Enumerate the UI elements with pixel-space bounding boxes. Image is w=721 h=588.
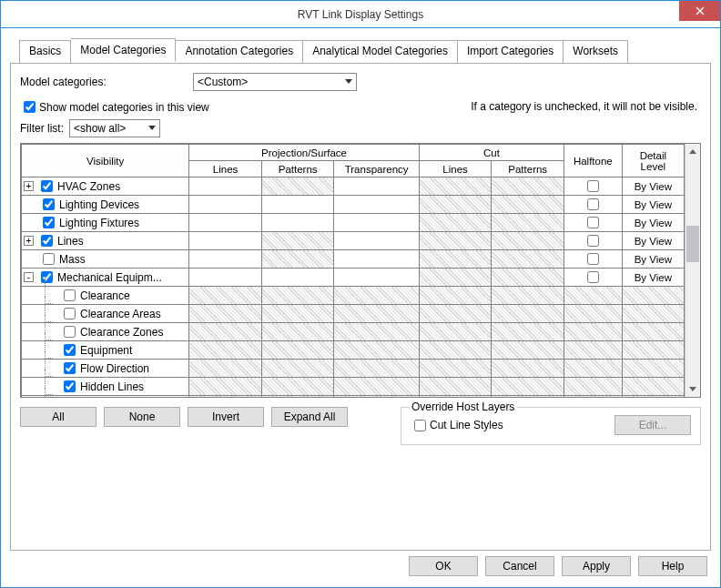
table-row[interactable]: Hidden Lines <box>22 378 685 396</box>
chevron-up-icon <box>689 149 696 154</box>
expand-all-button[interactable]: Expand All <box>271 407 348 427</box>
col-proj-patterns[interactable]: Patterns <box>261 161 334 177</box>
expand-icon[interactable]: + <box>24 181 34 191</box>
tab-import-categories[interactable]: Import Categories <box>458 40 564 64</box>
category-checkbox[interactable] <box>64 344 76 356</box>
model-categories-label: Model categories: <box>20 76 193 88</box>
scroll-thumb[interactable] <box>686 226 699 262</box>
tab-basics[interactable]: Basics <box>19 40 71 64</box>
col-projection[interactable]: Projection/Surface <box>189 145 420 161</box>
tab-analytical-model-categories[interactable]: Analytical Model Categories <box>303 40 458 64</box>
col-halftone[interactable]: Halftone <box>564 145 623 177</box>
table-row[interactable]: Clearance <box>22 287 685 305</box>
scroll-down-button[interactable] <box>685 381 700 397</box>
scroll-up-button[interactable] <box>685 144 700 159</box>
halftone-checkbox[interactable] <box>587 198 599 210</box>
halftone-checkbox[interactable] <box>587 253 599 265</box>
tab-panel-model-categories: Model categories: <Custom> Show model ca… <box>10 63 711 551</box>
close-icon <box>696 6 705 15</box>
detail-level-cell[interactable]: By View <box>622 177 684 196</box>
category-checkbox[interactable] <box>43 217 55 228</box>
cut-line-styles-label: Cut Line Styles <box>430 419 503 431</box>
apply-button[interactable]: Apply <box>562 556 631 576</box>
category-label: HVAC Zones <box>57 180 120 193</box>
category-label: Clearance Areas <box>80 308 161 320</box>
invert-button[interactable]: Invert <box>188 407 264 427</box>
window-title: RVT Link Display Settings <box>298 8 423 21</box>
expand-icon[interactable]: + <box>24 236 34 246</box>
model-categories-select[interactable]: <Custom> <box>193 73 357 91</box>
category-checkbox[interactable] <box>64 362 76 374</box>
category-checkbox[interactable] <box>64 326 76 338</box>
category-checkbox[interactable] <box>64 380 76 392</box>
table-row[interactable]: +HVAC ZonesBy View <box>22 177 685 196</box>
table-row[interactable]: +LinesBy View <box>22 232 685 250</box>
override-host-layers-legend: Override Host Layers <box>409 400 517 413</box>
col-visibility[interactable]: Visibility <box>22 145 189 177</box>
ok-button[interactable]: OK <box>409 556 478 576</box>
categories-grid: Visibility Projection/Surface Cut Halfto… <box>20 143 701 398</box>
table-row[interactable]: Lighting FixturesBy View <box>22 214 685 232</box>
show-model-categories-label: Show model categories in this view <box>39 101 209 114</box>
grid-scrollbar[interactable] <box>685 144 700 397</box>
table-row[interactable]: Flow Direction <box>22 360 685 378</box>
category-label: Mass <box>59 253 86 266</box>
tab-worksets[interactable]: Worksets <box>564 40 628 64</box>
table-row[interactable]: MassBy View <box>22 250 685 269</box>
col-cut-lines[interactable]: Lines <box>419 161 492 177</box>
category-label: Mechanical Equipm... <box>57 271 162 284</box>
tab-annotation-categories[interactable]: Annotation Categories <box>176 40 303 64</box>
override-host-layers-group: Override Host Layers Cut Line Styles Edi… <box>401 407 701 445</box>
category-checkbox[interactable] <box>41 180 53 192</box>
detail-level-cell[interactable]: By View <box>622 214 684 232</box>
halftone-checkbox[interactable] <box>587 217 599 228</box>
category-checkbox[interactable] <box>64 308 76 319</box>
chevron-down-icon <box>689 387 696 391</box>
detail-level-cell[interactable]: By View <box>622 250 684 269</box>
help-button[interactable]: Help <box>638 556 707 576</box>
category-label: Lighting Fixtures <box>59 217 139 229</box>
category-checkbox[interactable] <box>43 198 55 210</box>
table-row[interactable]: Equipment <box>22 341 685 360</box>
col-proj-transparency[interactable]: Transparency <box>334 161 419 177</box>
edit-button: Edit... <box>614 415 691 435</box>
close-button[interactable] <box>679 1 720 21</box>
category-label: Hidden Lines <box>80 380 144 393</box>
categories-table: Visibility Projection/Surface Cut Halfto… <box>21 144 685 397</box>
none-button[interactable]: None <box>104 407 180 427</box>
detail-level-cell[interactable]: By View <box>622 269 684 287</box>
filter-list-select[interactable]: <show all> <box>69 119 160 137</box>
detail-level-cell[interactable]: By View <box>622 196 684 214</box>
tab-strip: BasicsModel CategoriesAnnotation Categor… <box>10 39 711 63</box>
cancel-button[interactable]: Cancel <box>485 556 554 576</box>
halftone-checkbox[interactable] <box>587 180 599 192</box>
show-model-categories-checkbox[interactable] <box>24 101 36 113</box>
table-row[interactable]: Clearance Zones <box>22 323 685 341</box>
filter-list-label: Filter list: <box>20 122 64 135</box>
dialog-window: RVT Link Display Settings BasicsModel Ca… <box>0 0 721 588</box>
all-button[interactable]: All <box>20 407 96 427</box>
category-checkbox[interactable] <box>41 235 53 247</box>
table-row[interactable]: Clearance Areas <box>22 305 685 323</box>
category-checkbox[interactable] <box>43 253 55 265</box>
dialog-button-row: OK Cancel Apply Help <box>409 556 707 576</box>
tab-model-categories[interactable]: Model Categories <box>71 38 176 62</box>
halftone-checkbox[interactable] <box>587 271 599 283</box>
category-label: Flow Direction <box>80 362 149 375</box>
table-row[interactable]: -Mechanical Equipm...By View <box>22 269 685 287</box>
col-cut[interactable]: Cut <box>419 145 564 161</box>
category-label: Equipment <box>80 344 132 357</box>
halftone-checkbox[interactable] <box>587 235 599 247</box>
table-row[interactable]: Lighting DevicesBy View <box>22 196 685 214</box>
category-checkbox[interactable] <box>64 289 76 301</box>
col-detail[interactable]: Detail Level <box>622 145 684 177</box>
table-row[interactable]: No Fly Zone <box>22 396 685 398</box>
collapse-icon[interactable]: - <box>24 272 34 282</box>
detail-level-cell[interactable]: By View <box>622 232 684 250</box>
col-cut-patterns[interactable]: Patterns <box>492 161 564 177</box>
cut-line-styles-checkbox[interactable] <box>414 420 426 431</box>
unchecked-note: If a category is unchecked, it will not … <box>471 100 697 113</box>
col-proj-lines[interactable]: Lines <box>189 161 262 177</box>
category-label: Lines <box>57 235 84 248</box>
category-label: Lighting Devices <box>59 198 139 211</box>
